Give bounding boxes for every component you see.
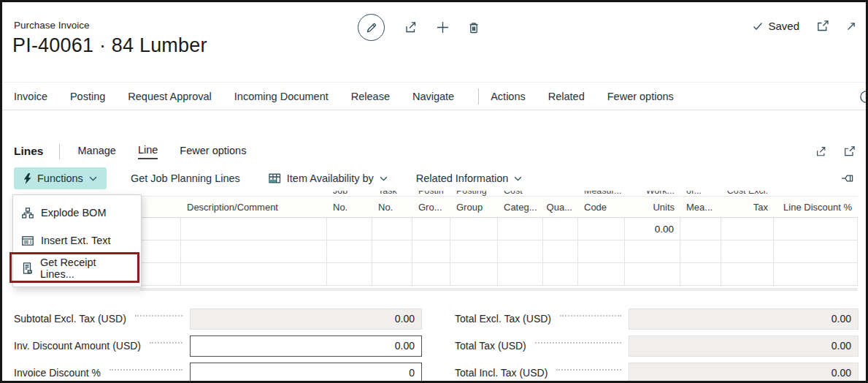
column-header-no[interactable]: TaskNo.	[372, 197, 412, 217]
dropdown-item-get-receipt-lines[interactable]: Get Receipt Lines...	[13, 254, 141, 282]
table-cell[interactable]: 0.00	[625, 218, 680, 240]
focus-mode-button[interactable]	[847, 22, 856, 31]
column-header-no[interactable]: JobNo.	[327, 197, 372, 217]
table-cell[interactable]	[181, 263, 327, 285]
table-cell[interactable]	[372, 240, 412, 262]
table-cell[interactable]	[412, 263, 450, 285]
table-cell[interactable]	[578, 240, 625, 262]
column-header-tax[interactable]: Cost Excl.Tax	[721, 197, 774, 217]
table-cell[interactable]	[139, 240, 181, 262]
column-header-code[interactable]: Measur...Code	[578, 197, 625, 217]
lines-menu-item-line[interactable]: Line	[138, 144, 158, 159]
table-cell[interactable]	[139, 218, 181, 240]
table-cell[interactable]	[372, 218, 412, 240]
menu-item-invoice[interactable]: Invoice	[14, 91, 47, 102]
table-cell[interactable]	[498, 218, 543, 240]
open-in-window-button[interactable]	[817, 20, 829, 31]
column-header-qua[interactable]: Qua...	[543, 197, 578, 217]
menu-item-incoming-document[interactable]: Incoming Document	[234, 91, 329, 102]
table-cell[interactable]	[412, 218, 450, 240]
menu-item-actions[interactable]: Actions	[491, 91, 526, 102]
table-cell[interactable]	[372, 263, 412, 285]
totals-input-field-invoice-discount[interactable]: 0	[190, 363, 422, 383]
table-cell[interactable]	[680, 218, 721, 240]
lines-section-header: Lines ManageLineFewer options	[14, 140, 856, 162]
header-status-bar: Saved	[753, 20, 856, 32]
dropdown-item-insert-ext-text[interactable]: Insert Ext. Text	[13, 227, 141, 254]
table-cell[interactable]	[543, 218, 578, 240]
table-cell[interactable]	[543, 240, 578, 262]
table-cell[interactable]	[498, 263, 543, 285]
table-cell[interactable]	[578, 263, 625, 285]
table-cell[interactable]	[680, 263, 721, 285]
table-cell[interactable]	[774, 240, 858, 262]
column-header-units[interactable]: Work...Units	[625, 197, 680, 217]
table-cell[interactable]	[327, 240, 372, 262]
item-availability-by-label: Item Availability by	[287, 172, 374, 184]
lines-title: Lines	[14, 145, 43, 158]
table-cell[interactable]	[680, 240, 721, 262]
pin-toolbar-button[interactable]	[841, 173, 854, 183]
table-cell[interactable]	[139, 263, 181, 285]
table-cell[interactable]	[625, 240, 680, 262]
table-cell[interactable]	[327, 218, 372, 240]
table-cell[interactable]	[721, 240, 774, 262]
column-header-description-comment[interactable]: Description/Comment	[181, 197, 327, 217]
new-document-button[interactable]	[437, 21, 449, 34]
lines-menu-item-manage[interactable]: Manage	[77, 145, 115, 159]
menubar-right: ActionsRelatedFewer options	[491, 91, 696, 102]
column-header-label: Gro...	[418, 202, 442, 213]
lines-open-in-window-button[interactable]	[844, 146, 856, 156]
lines-menu-item-fewer-options[interactable]: Fewer options	[180, 145, 246, 159]
table-cell[interactable]	[181, 240, 327, 262]
get-job-planning-lines-button[interactable]: Get Job Planning Lines	[126, 172, 245, 185]
table-cell[interactable]	[412, 240, 450, 262]
table-cell[interactable]	[327, 263, 372, 285]
table-cell[interactable]	[774, 263, 858, 285]
column-header-label: Mea...	[686, 202, 713, 213]
table-cell[interactable]	[450, 263, 498, 285]
popout-icon	[817, 20, 829, 31]
table-cell[interactable]	[543, 263, 578, 285]
table-cell[interactable]	[721, 263, 774, 285]
menu-item-fewer-options[interactable]: Fewer options	[607, 91, 674, 102]
edit-button[interactable]	[358, 14, 385, 41]
table-header-row: Description/CommentJobNo.TaskNo.PostinGr…	[139, 196, 858, 218]
dropdown-item-label: Get Receipt Lines...	[40, 257, 132, 280]
table-cell[interactable]	[450, 240, 498, 262]
delete-button[interactable]	[468, 21, 480, 34]
dropdown-item-explode-bom[interactable]: Explode BOM	[13, 199, 141, 227]
item-availability-by-button[interactable]: Item Availability by	[264, 172, 392, 185]
table-cell[interactable]	[578, 218, 625, 240]
column-header-selector[interactable]	[139, 197, 181, 217]
totals-readonly-field-total-excl-tax-usd: 0.00	[629, 308, 859, 330]
column-header-line-discount[interactable]: Line Discount %	[774, 197, 858, 217]
table-cell[interactable]	[181, 218, 327, 240]
check-icon	[753, 22, 763, 31]
menu-item-posting[interactable]: Posting	[70, 91, 105, 102]
lines-share-button[interactable]	[815, 146, 827, 157]
menu-item-related[interactable]: Related	[548, 91, 585, 102]
share-button[interactable]	[404, 21, 418, 34]
horizontal-scrollbar[interactable]	[139, 288, 858, 291]
dotted-leader	[135, 315, 183, 316]
totals-input-field-inv-discount-amount-usd[interactable]: 0.00	[190, 335, 422, 357]
menu-item-request-approval[interactable]: Request Approval	[128, 91, 211, 102]
functions-menu-button[interactable]: Functions	[14, 167, 107, 189]
table-cell[interactable]	[774, 218, 858, 240]
column-header-gro[interactable]: PostinGro...	[412, 197, 450, 217]
totals-right-column: Total Excl. Tax (USD)0.00Total Tax (USD)…	[455, 308, 859, 383]
table-cell[interactable]	[498, 240, 543, 262]
column-header-group[interactable]: PostingGroup	[450, 197, 498, 217]
column-header-mea[interactable]: of...Mea...	[680, 197, 721, 217]
menu-item-release[interactable]: Release	[351, 91, 390, 102]
table-cell[interactable]	[721, 218, 774, 240]
menu-item-navigate[interactable]: Navigate	[412, 91, 454, 102]
column-header-categ[interactable]: CostCateg...	[498, 197, 543, 217]
get-job-planning-lines-label: Get Job Planning Lines	[131, 172, 240, 184]
table-cell[interactable]	[450, 218, 498, 240]
table-cell[interactable]	[625, 263, 680, 285]
context-help-button[interactable]	[860, 91, 868, 103]
related-information-button[interactable]: Related Information	[412, 172, 527, 185]
dotted-leader	[535, 342, 621, 344]
